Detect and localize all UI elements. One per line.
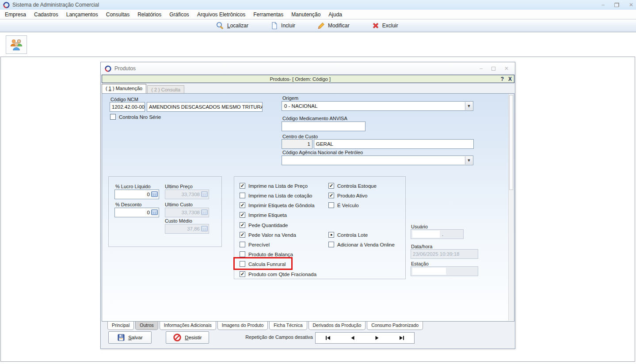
anvisa-input[interactable] [282, 121, 366, 131]
menu-relatorios[interactable]: Relatórios [133, 11, 165, 19]
incluir-button[interactable]: Incluir [268, 21, 298, 30]
ultimo-custo-label: Ultimo Custo [165, 202, 193, 207]
dialog-minimize-button[interactable]: – [480, 66, 483, 71]
checkbox-pede-quantidade[interactable]: Pede Quantidade [240, 222, 288, 228]
menu-ferramentas[interactable]: Ferramentas [249, 11, 287, 19]
minimize-button[interactable]: – [602, 2, 605, 8]
menu-ajuda[interactable]: Ajuda [324, 11, 346, 19]
dropdown-arrow-icon[interactable]: ▼ [465, 102, 472, 110]
codigo-ncm-descricao-input[interactable]: AMENDOINS DESCASCADOS MESMO TRITURADO [147, 102, 263, 112]
salvar-button[interactable]: Salvar [108, 331, 152, 344]
checkbox-produto-ativo[interactable]: Produto Ativo [328, 193, 367, 198]
tab-principal[interactable]: Principal [107, 322, 134, 330]
window-titlebar: Sistema de Administração Comercial – ✕ [0, 0, 636, 10]
tab-derivados-da-producao[interactable]: Derivados da Produção [308, 322, 366, 330]
checkbox-imprime-na-lista-de-preco[interactable]: Imprime na Lista de Preço [240, 183, 308, 189]
menu-graficos[interactable]: Gráficos [165, 11, 193, 19]
data-hora-field: 23/06/2025 10:39:18 [411, 249, 478, 259]
checkbox-imprime-na-lista-de-cotacao[interactable]: Imprime na Lista de cotação [240, 193, 312, 198]
localizar-button[interactable]: Localizar [213, 20, 251, 31]
pencil-icon [317, 22, 325, 30]
vertical-scrollbar[interactable] [508, 94, 514, 321]
excluir-button[interactable]: Excluir [369, 21, 401, 30]
restore-button[interactable] [614, 3, 619, 7]
red-x-icon [372, 22, 380, 30]
desistir-button[interactable]: Desistir [166, 331, 209, 344]
dialog-maximize-button[interactable] [491, 67, 495, 71]
centro-de-custo-nome-input[interactable]: GERAL [314, 139, 474, 149]
first-record-button[interactable] [316, 333, 340, 343]
menu-cadastros[interactable]: Cadastros [30, 11, 62, 19]
checkbox-imprime-etiqueta[interactable]: Imprime Etiqueta [240, 212, 287, 218]
calculator-icon[interactable] [151, 191, 158, 197]
dropdown-arrow-icon[interactable]: ▼ [465, 156, 472, 164]
tab-ficha-tecnica[interactable]: Ficha Técnica [269, 322, 307, 330]
checkbox-box[interactable] [240, 242, 245, 247]
tab-manutencao[interactable]: ( 1 ) Manutenção [102, 84, 146, 93]
checkbox-box[interactable] [328, 242, 334, 247]
tab-imagens-do-produto[interactable]: Imagens do Produto [217, 322, 268, 330]
checkbox-imprimir-etiqueta-de-gondola[interactable]: Imprimir Etiqueta de Gôndola [240, 202, 315, 208]
checkbox-perecivel[interactable]: Perecível [240, 242, 270, 247]
calculator-icon [201, 226, 208, 231]
usuario-label: Usuário [411, 224, 428, 229]
app-logo-icon [3, 2, 10, 8]
close-button[interactable]: ✕ [629, 2, 633, 8]
checkbox-pede-valor-na-venda[interactable]: Pede Valor na Venda [240, 232, 296, 238]
checkbox-box[interactable] [240, 271, 245, 277]
checkbox-box[interactable] [110, 114, 116, 120]
controla-nro-serie-checkbox[interactable]: Controla Nro Série [110, 114, 161, 120]
modificar-button[interactable]: Modificar [315, 21, 352, 30]
manutencao-tab-page: Código NCM 1202.42.00-00 AMENDOINS DESCA… [102, 93, 514, 322]
checkbox-box[interactable] [328, 232, 334, 238]
scrollbar-thumb[interactable] [509, 95, 513, 190]
produtos-shortcut-button[interactable] [6, 35, 27, 54]
checkbox-box[interactable] [240, 232, 245, 238]
dialog-titlebar: Produtos – ✕ [101, 62, 515, 75]
last-record-icon [399, 336, 405, 340]
tab-consumo-padronizado[interactable]: Consumo Padronizado [367, 322, 423, 330]
checkbox-box[interactable] [240, 212, 245, 218]
checkbox-produto-com-qtde-fracionada[interactable]: Produto com Qtde Fracionada [240, 271, 316, 277]
menu-arquivos-eletronicos[interactable]: Arquivos Eletrônicos [193, 11, 249, 19]
previous-record-icon [350, 336, 355, 340]
checkbox-box[interactable] [240, 222, 245, 228]
codigo-ncm-input[interactable]: 1202.42.00-00 [110, 102, 145, 112]
order-bar-close-button[interactable]: X [506, 76, 514, 82]
checkbox-box[interactable] [240, 183, 245, 189]
next-record-icon [375, 336, 379, 340]
calculator-icon [201, 191, 208, 197]
last-record-button[interactable] [389, 333, 414, 343]
checkbox-box[interactable] [328, 183, 334, 189]
checkbox-box[interactable] [240, 193, 245, 198]
codigo-anp-label: Código Agência Nacional de Petróleo [282, 150, 363, 155]
first-record-icon [325, 336, 331, 340]
help-button[interactable]: ? [499, 76, 506, 82]
dialog-title: Produtos [114, 65, 136, 72]
codigo-anp-select[interactable]: ▼ [282, 155, 473, 165]
checkbox-box[interactable] [240, 202, 245, 208]
menu-empresa[interactable]: Empresa [1, 11, 30, 19]
checkbox-produto-de-balanca[interactable]: Produto de Balança [240, 251, 293, 257]
checkbox-box[interactable] [328, 193, 334, 198]
menu-lancamentos[interactable]: Lançamentos [62, 11, 102, 19]
tab-consulta[interactable]: ( 2 ) Consulta [147, 85, 184, 93]
menu-consultas[interactable]: Consultas [102, 11, 133, 19]
centro-de-custo-codigo-input[interactable]: 1 [282, 139, 312, 149]
calculator-icon[interactable] [151, 209, 158, 215]
options-panel: Imprime na Lista de Preço Imprime na Lis… [234, 176, 406, 279]
next-record-button[interactable] [365, 333, 390, 343]
cancel-prohibition-icon [173, 333, 182, 342]
checkbox-e-veiculo[interactable]: É Veículo [328, 202, 359, 208]
checkbox-adicionar-a-venda-online[interactable]: Adicionar à Venda Online [328, 242, 395, 247]
tab-outros[interactable]: Outros [135, 322, 158, 330]
checkbox-controla-estoque[interactable]: Controla Estoque [328, 183, 377, 189]
checkbox-box[interactable] [328, 202, 334, 208]
menu-manutencao[interactable]: Manutenção [287, 11, 324, 19]
tab-informacoes-adicionais[interactable]: Informações Adicionais [160, 322, 216, 330]
previous-record-button[interactable] [340, 333, 365, 343]
origem-select[interactable]: 0 - NACIONAL ▼ [282, 101, 473, 111]
checkbox-controla-lote[interactable]: Controla Lote [328, 232, 368, 238]
checkbox-box[interactable] [240, 251, 245, 257]
dialog-close-button[interactable]: ✕ [504, 66, 509, 71]
